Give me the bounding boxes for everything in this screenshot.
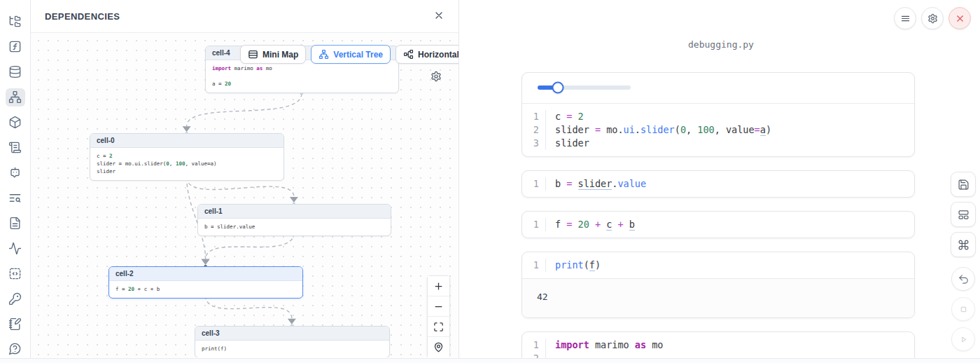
zoom-in-button[interactable] xyxy=(428,276,449,296)
vertical-tree-icon xyxy=(318,49,329,60)
box-icon xyxy=(8,116,22,129)
sidebar-item-scratchpad[interactable] xyxy=(6,315,25,333)
notebook-pen-icon xyxy=(8,317,22,331)
cell-output: 42 xyxy=(522,278,914,317)
node-code: print(f) xyxy=(195,341,389,357)
sidebar-item-documentation[interactable] xyxy=(6,139,25,157)
close-icon xyxy=(433,10,444,23)
interrupt-button[interactable] xyxy=(951,297,975,321)
notebook-top-actions xyxy=(894,7,971,29)
maximize-icon xyxy=(433,322,444,332)
cell-editor[interactable]: 123c = 2slider = mo.ui.slider(0, 100, va… xyxy=(522,104,914,156)
sidebar-item-variables[interactable] xyxy=(6,38,25,56)
line-numbers: 123 xyxy=(522,110,546,150)
dependency-graph-canvas[interactable]: Mini MapVertical TreeHorizontal Tree cel… xyxy=(31,33,458,357)
slider-widget[interactable] xyxy=(538,85,631,90)
zoom-out-button[interactable] xyxy=(428,296,449,317)
network-icon xyxy=(8,90,22,104)
notebook-cells: 123c = 2slider = mo.ui.slider(0, 100, va… xyxy=(522,72,915,363)
graph-settings-button[interactable] xyxy=(430,71,442,84)
notebook-cell-1[interactable]: 1b = slider.value xyxy=(522,170,915,198)
shutdown-button[interactable] xyxy=(948,7,971,29)
graph-node-cell-2[interactable]: cell-2f = 20 + c + b xyxy=(108,266,303,299)
activity-icon xyxy=(8,242,22,255)
code-lines: print(f) xyxy=(546,259,601,272)
settings-button[interactable] xyxy=(921,7,944,29)
file-text-icon xyxy=(8,217,22,230)
sidebar-item-dependencies[interactable] xyxy=(6,88,25,107)
sidebar-item-datasources[interactable] xyxy=(6,63,25,81)
gear-icon xyxy=(927,13,938,24)
node-code: f = 20 + c + b xyxy=(109,281,302,298)
sidebar-item-packages[interactable] xyxy=(6,114,25,132)
folder-tree-icon xyxy=(8,15,22,28)
sidebar-item-logs[interactable] xyxy=(6,189,25,207)
sidebar-item-chat[interactable] xyxy=(6,164,25,182)
panel-title: DEPENDENCIES xyxy=(45,11,120,22)
fit-view-button[interactable] xyxy=(428,317,449,337)
minimap-icon xyxy=(248,49,258,60)
line-numbers: 1 xyxy=(522,177,546,191)
horizontal-tree-label: Horizontal Tree xyxy=(418,50,458,60)
line-numbers: 1 xyxy=(522,259,546,272)
cell-editor[interactable]: 1f = 20 + c + b xyxy=(522,212,914,238)
gear-icon xyxy=(430,71,442,84)
close-icon xyxy=(955,13,965,24)
undo-button[interactable] xyxy=(951,267,975,291)
close-panel-button[interactable] xyxy=(433,10,444,23)
message-question-icon xyxy=(8,342,22,355)
lock-view-button[interactable] xyxy=(428,337,449,357)
sidebar-item-help[interactable] xyxy=(6,340,25,358)
code-lines: f = 20 + c + b xyxy=(546,218,635,231)
save-button[interactable] xyxy=(951,172,976,197)
notebook-menu-button[interactable] xyxy=(894,7,916,29)
node-title: cell-1 xyxy=(198,205,391,219)
cell-output-widget xyxy=(522,73,914,104)
sidebar-item-snippets[interactable] xyxy=(6,264,25,282)
sidebar-item-file-explorer[interactable] xyxy=(6,13,25,31)
graph-node-cell-1[interactable]: cell-1b = slider.value xyxy=(197,204,391,236)
dependencies-panel: DEPENDENCIES Mini MapVertical TreeHorizo… xyxy=(31,0,459,358)
line-numbers: 1 xyxy=(522,218,546,231)
graph-node-cell-3[interactable]: cell-3print(f) xyxy=(195,326,390,357)
map-pin-icon xyxy=(433,342,444,352)
run-all-button[interactable] xyxy=(951,327,975,351)
bot-chat-icon xyxy=(8,166,22,179)
layout-select-button[interactable] xyxy=(951,202,976,227)
sidebar-item-outline[interactable] xyxy=(6,214,25,232)
dependencies-panel-header: DEPENDENCIES xyxy=(31,0,458,33)
notebook-cell-0[interactable]: 123c = 2slider = mo.ui.slider(0, 100, va… xyxy=(522,72,915,157)
keyboard-shortcuts-button[interactable] xyxy=(951,232,976,257)
layout-icon xyxy=(958,209,969,221)
mini-map-button[interactable]: Mini Map xyxy=(240,45,306,64)
horizontal-tree-button[interactable]: Horizontal Tree xyxy=(396,45,458,64)
vertical-tree-label: Vertical Tree xyxy=(333,50,383,60)
notebook-cell-3[interactable]: 1print(f)42 xyxy=(522,252,915,318)
save-icon xyxy=(958,179,969,191)
activity-sidebar xyxy=(0,0,31,358)
graph-node-cell-0[interactable]: cell-0c = 2slider = mo.ui.slider(0, 100,… xyxy=(90,133,284,181)
menu-icon xyxy=(900,13,911,24)
cell-editor[interactable]: 1print(f) xyxy=(522,252,914,278)
horizontal-tree-icon xyxy=(403,49,414,60)
vertical-tree-button[interactable]: Vertical Tree xyxy=(311,45,391,64)
cell-editor[interactable]: 1b = slider.value xyxy=(522,171,914,197)
node-title: cell-3 xyxy=(195,327,389,341)
sidebar-item-secrets[interactable] xyxy=(6,289,25,308)
marimo-app: DEPENDENCIES Mini MapVertical TreeHorizo… xyxy=(0,0,980,363)
node-title: cell-2 xyxy=(109,267,302,281)
node-code: b = slider.value xyxy=(198,219,391,235)
notebook-cell-2[interactable]: 1f = 20 + c + b xyxy=(522,211,915,238)
code-snippet-icon xyxy=(8,267,22,280)
code-lines: c = 2slider = mo.ui.slider(0, 100, value… xyxy=(546,110,771,150)
node-title: cell-0 xyxy=(90,134,284,148)
node-code: import marimo as mo a = 20 xyxy=(206,60,398,93)
function-square-icon xyxy=(8,40,22,53)
slider-handle[interactable] xyxy=(552,82,564,94)
plus-icon xyxy=(433,281,444,292)
text-search-icon xyxy=(8,191,22,205)
sidebar-item-tracing[interactable] xyxy=(6,239,25,257)
output-text: 42 xyxy=(537,292,548,302)
notebook-filename: debugging.py xyxy=(522,39,920,50)
graph-view-toggle: Mini MapVertical TreeHorizontal Tree xyxy=(240,45,458,64)
